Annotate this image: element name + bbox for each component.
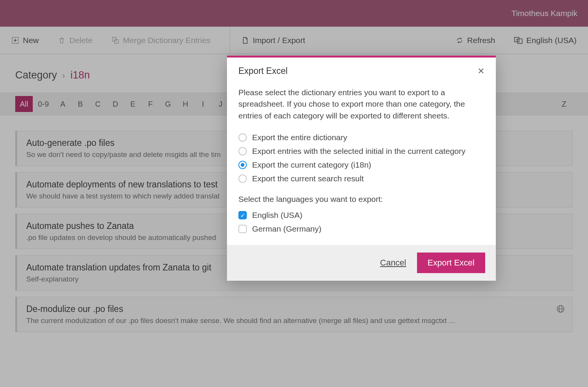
modal-title: Export Excel	[238, 66, 288, 76]
export-excel-modal: Export Excel ✕ Please select the diction…	[227, 56, 496, 281]
checkbox-label: German (Germany)	[252, 224, 321, 233]
export-excel-button[interactable]: Export Excel	[417, 253, 486, 273]
radio-label: Export entries with the selected initial…	[252, 147, 465, 156]
languages-check-group: ✓ English (USA) German (Germany)	[238, 211, 484, 233]
checkbox-option[interactable]: German (Germany)	[238, 224, 484, 233]
modal-intro: Please select the dictionary entries you…	[238, 87, 484, 122]
cancel-button[interactable]: Cancel	[380, 258, 406, 268]
radio-icon	[238, 133, 247, 142]
languages-section-label: Select the languages you want to export:	[238, 195, 484, 204]
radio-option[interactable]: Export the entire dictionary	[238, 133, 484, 142]
radio-label: Export the entire dictionary	[252, 133, 347, 142]
checkbox-label: English (USA)	[252, 211, 302, 220]
radio-icon	[238, 147, 247, 155]
radio-icon	[238, 161, 247, 169]
radio-label: Export the current search result	[252, 174, 364, 183]
checkbox-icon: ✓	[238, 211, 247, 219]
radio-option[interactable]: Export entries with the selected initial…	[238, 147, 484, 156]
close-icon[interactable]: ✕	[478, 66, 484, 76]
radio-option[interactable]: Export the current category (i18n)	[238, 160, 484, 170]
radio-option[interactable]: Export the current search result	[238, 174, 484, 183]
radio-label: Export the current category (i18n)	[252, 160, 371, 170]
checkbox-option[interactable]: ✓ English (USA)	[238, 211, 484, 220]
checkbox-icon	[238, 225, 247, 233]
modal-footer: Cancel Export Excel	[227, 245, 496, 281]
radio-icon	[238, 174, 247, 183]
export-scope-radio-group: Export the entire dictionary Export entr…	[238, 133, 484, 183]
